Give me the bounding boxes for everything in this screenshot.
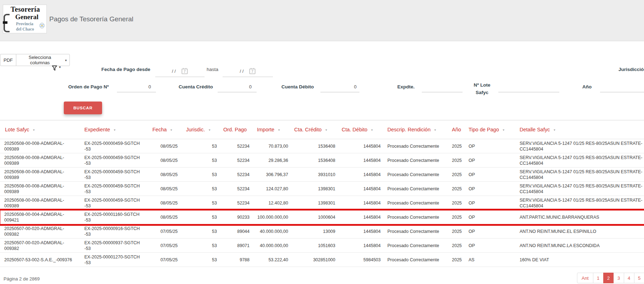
column-header-label: Año xyxy=(452,127,461,132)
table-row[interactable]: 20250508-00-008-ADMGRAL- 009389EX-2025-0… xyxy=(0,168,644,182)
fecha-desde-value: / / xyxy=(172,69,176,74)
logo-dash-icon xyxy=(3,21,7,24)
cell-cta_credito: 3931010 xyxy=(290,168,337,181)
cell-importe: 29.286,36 xyxy=(252,153,290,167)
cell-importe: 40.000.000,00 xyxy=(252,239,290,252)
column-header-2[interactable]: Fecha▼ xyxy=(145,120,184,139)
pagination-button-2[interactable]: 2 xyxy=(603,273,614,283)
cell-ord_pago: 52234 xyxy=(220,168,252,181)
cell-detalle: SERV.VIGILANCIA 5-1247 01/25 RES-80/25AS… xyxy=(516,182,644,196)
column-header-label: Importe xyxy=(257,127,274,132)
cell-jurisdic: 53 xyxy=(184,239,220,252)
calendar-icon[interactable]: 7 xyxy=(181,68,188,74)
funnel-icon xyxy=(52,65,58,71)
logo-line1: Tesorería xyxy=(11,5,40,13)
sort-caret-icon: ▼ xyxy=(553,128,556,132)
cell-detalle: SERV.VIGILANCIA 5-1247 01/25 RES-80/25AS… xyxy=(516,139,644,153)
cell-cta_credito: 1398301 xyxy=(290,196,337,210)
column-header-6[interactable]: Cta. Crédito▼ xyxy=(290,120,337,139)
expdte-input[interactable] xyxy=(422,82,463,92)
column-header-3[interactable]: Jurisdic.▼ xyxy=(184,120,220,139)
anio-input[interactable] xyxy=(600,82,644,92)
fecha-desde-input[interactable]: / / 7 xyxy=(155,65,205,77)
page-info: Página 2 de 2869 xyxy=(4,276,40,282)
column-header-label: Descrip. Rendición xyxy=(387,127,431,132)
column-header-0[interactable]: Lote Safyc▼ xyxy=(0,120,84,139)
table-row[interactable]: 20250507-00-020-ADMGRAL- 009382EX-2025-0… xyxy=(0,239,644,253)
cell-lote: 20250508-00-008-ADMGRAL- 009389 xyxy=(0,139,84,153)
cell-expediente: EX-2025-00000459-SGTCH -53 xyxy=(84,153,145,167)
cell-cta_debito: 1445804 xyxy=(337,239,383,252)
table-row[interactable]: 20250508-00-008-ADMGRAL- 009389EX-2025-0… xyxy=(0,153,644,168)
fecha-hasta-input[interactable]: / / 7 xyxy=(223,65,273,77)
table-row[interactable]: 20250507-53-002-S.A.E._-009376EX-2025-00… xyxy=(0,253,644,267)
buscar-button[interactable]: BUSCAR xyxy=(64,102,102,114)
cell-lote: 20250508-00-004-ADMGRAL- 009421 xyxy=(0,210,84,224)
pagination-button-5[interactable]: 5 xyxy=(634,273,644,283)
cuenta-credito-input[interactable]: 0 xyxy=(218,82,257,92)
cell-anio: 2025 xyxy=(447,153,466,167)
cell-tipo: OP xyxy=(466,182,516,196)
cell-jurisdic: 53 xyxy=(184,210,220,224)
column-header-11[interactable]: Detalle Safyc▼ xyxy=(516,120,644,139)
table-header-row: Lote Safyc▼Expediente▼Fecha▼Jurisdic.▼Or… xyxy=(0,120,644,139)
svg-text:7: 7 xyxy=(252,70,254,73)
column-header-7[interactable]: Cta. Débito▼ xyxy=(337,120,383,139)
cell-ord_pago: 9788 xyxy=(220,253,252,267)
cell-ord_pago: 52234 xyxy=(220,182,252,196)
column-header-4: Ord. Pago xyxy=(220,120,252,139)
column-header-label: Detalle Safyc xyxy=(520,127,550,132)
pagination-button-ant[interactable]: Ant xyxy=(577,273,593,283)
anio-label: Año xyxy=(582,84,592,89)
cell-cta_credito: 1536408 xyxy=(290,153,337,167)
orden-pago-input[interactable]: 0 xyxy=(117,82,156,92)
cuenta-debito-label: Cuenta Débito xyxy=(281,84,314,89)
top-bar: Tesorería General Provincia del Chaco Pa… xyxy=(0,0,644,41)
cell-expediente: EX-2025-00000459-SGTCH -53 xyxy=(84,182,145,196)
cuenta-debito-input[interactable]: 0 xyxy=(320,82,359,92)
column-header-1[interactable]: Expediente▼ xyxy=(84,120,145,139)
cell-descrip: Procesado Correctamente xyxy=(383,139,447,153)
cell-anio: 2025 xyxy=(447,182,466,196)
table-row[interactable]: 20250508-00-008-ADMGRAL- 009389EX-2025-0… xyxy=(0,196,644,210)
pagination-button-4[interactable]: 4 xyxy=(624,273,634,283)
sort-caret-icon: ▼ xyxy=(371,128,374,132)
column-header-8[interactable]: Descrip. Rendición▼ xyxy=(383,120,447,139)
table-row-highlighted[interactable]: 20250508-00-004-ADMGRAL- 009421EX-2025-0… xyxy=(0,210,644,224)
cell-ord_pago: 89044 xyxy=(220,224,252,238)
cell-anio: 2025 xyxy=(447,196,466,210)
pagination-button-3[interactable]: 3 xyxy=(614,273,624,283)
cell-descrip: Procesado Correctamente xyxy=(383,153,447,167)
pdf-button[interactable]: PDF xyxy=(0,54,16,66)
payments-table: Lote Safyc▼Expediente▼Fecha▼Jurisdic.▼Or… xyxy=(0,120,644,267)
cell-expediente: EX-2025-00001270-SGTCH -53 xyxy=(84,253,145,267)
table-row[interactable]: 20250507-00-020-ADMGRAL- 009382EX-2025-0… xyxy=(0,224,644,239)
cuenta-credito-label: Cuenta Crédito xyxy=(179,84,213,89)
cell-cta_debito: 1445804 xyxy=(337,182,383,196)
cell-fecha: 07/05/25 xyxy=(145,253,184,267)
cell-detalle: SERV.VIGILANCIA 5-1247 01/25 RES-80/25AS… xyxy=(516,196,644,210)
cell-tipo: OP xyxy=(466,210,516,224)
pagination-button-1[interactable]: 1 xyxy=(593,273,604,283)
select-columns-button[interactable]: Selecciona columnas ▼ xyxy=(16,54,70,66)
cell-descrip: Procesado Correctamente xyxy=(383,210,447,224)
table-row[interactable]: 20250508-00-008-ADMGRAL- 009389EX-2025-0… xyxy=(0,182,644,196)
table-row[interactable]: 20250508-00-008-ADMGRAL- 009389EX-2025-0… xyxy=(0,139,644,153)
column-header-5[interactable]: Importe▼ xyxy=(252,120,290,139)
jurisdiccion-label: Jurisdicción xyxy=(618,67,644,72)
cell-cta_credito: 13009 xyxy=(290,224,337,238)
cuenta-credito-value: 0 xyxy=(218,84,257,89)
cell-fecha: 08/05/25 xyxy=(145,139,184,153)
table-body: 20250508-00-008-ADMGRAL- 009389EX-2025-0… xyxy=(0,139,644,267)
cell-cta_credito: 1398301 xyxy=(290,182,337,196)
column-header-10[interactable]: Tipo de Pago▼ xyxy=(466,120,516,139)
lote-safyc-input[interactable] xyxy=(498,82,559,92)
cell-cta_debito: 1445804 xyxy=(337,139,383,153)
select-columns-label: Selecciona columnas xyxy=(18,55,61,65)
cell-tipo: OP xyxy=(466,239,516,252)
cell-ord_pago: 52234 xyxy=(220,139,252,153)
filter-button[interactable]: ▼ xyxy=(52,65,63,72)
cell-importe: 306.796,37 xyxy=(252,168,290,181)
cell-anio: 2025 xyxy=(447,239,466,252)
calendar-icon[interactable]: 7 xyxy=(249,68,256,74)
